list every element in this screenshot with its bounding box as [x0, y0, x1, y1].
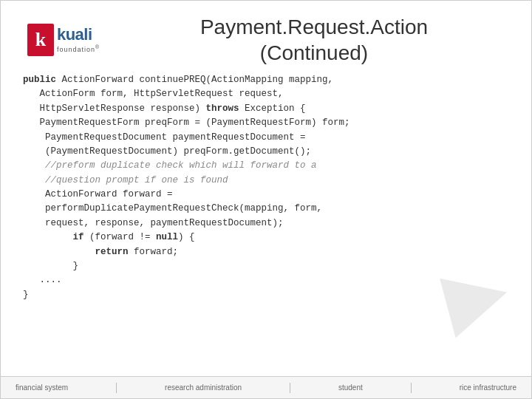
content-area: public ActionForward continuePREQ(Action… — [1, 73, 531, 376]
footer-divider-1 — [116, 383, 117, 393]
footer-item-financial: financial system — [16, 383, 68, 392]
code-block: public ActionForward continuePREQ(Action… — [23, 73, 509, 302]
logo-area: k kuali foundation® — [16, 18, 134, 62]
title-line1: Payment.Request.Action — [200, 16, 428, 38]
footer-divider-2 — [290, 383, 290, 393]
logo-k-block: k — [27, 24, 54, 56]
keyword-return: return — [95, 247, 129, 257]
footer-item-rice: rice infrastructure — [460, 383, 516, 392]
logo-foundation-text: foundation® — [57, 44, 100, 54]
logo-text-area: kuali foundation® — [57, 26, 100, 53]
header: k kuali foundation® Payment.Request.Acti… — [1, 1, 531, 73]
slide-title: Payment.Request.Action (Continued) — [134, 14, 494, 66]
footer-item-research: research administration — [165, 383, 242, 392]
logo-inner: k kuali foundation® — [27, 24, 100, 56]
logo-kuali-text: kuali — [57, 26, 100, 44]
title-area: Payment.Request.Action (Continued) — [134, 14, 509, 66]
logo-box: k kuali foundation® — [16, 18, 112, 62]
footer: financial system research administration… — [1, 376, 531, 398]
comment-line2: //question prompt if one is found — [45, 175, 228, 185]
footer-divider-3 — [411, 383, 412, 393]
keyword-if: if — [73, 232, 84, 242]
logo-reg: ® — [95, 44, 100, 50]
title-line2: (Continued) — [260, 41, 368, 64]
throws-keyword: throws — [206, 103, 239, 114]
footer-item-student: student — [338, 383, 363, 392]
comment-line1: //preform duplicate check which will for… — [45, 160, 317, 171]
keyword-public: public — [23, 75, 56, 85]
slide: ▶ k kuali foundation® Payment.Request.Ac… — [0, 0, 532, 399]
keyword-null: null — [156, 232, 178, 242]
